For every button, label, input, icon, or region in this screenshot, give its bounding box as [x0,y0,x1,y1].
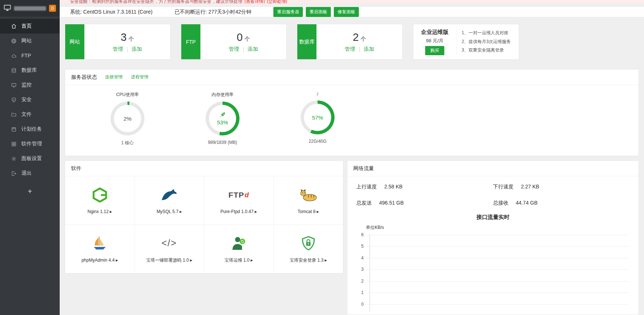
home-icon [11,24,17,29]
y-axis-tick: 5 [356,244,629,249]
software-item-phpmyadmin[interactable]: phpMyAdmin 4.4▶ [65,225,135,273]
server-name-redacted [14,6,46,11]
ftp-stat-body: 0个 管理 | 添加 [200,24,286,59]
sidebar-item-database[interactable]: 数据库 [0,63,60,78]
software-header: 软件 [65,161,343,176]
total-sent-label: 总发送 [356,200,372,206]
connection-manage-link[interactable]: 连接管理 [105,74,123,80]
ftp-count: 0个 [237,31,250,43]
open-arrow-icon: ▶ [251,259,253,262]
security-notice-banner: 安全提醒：检测到您的服务器存在安全隐患，为了您的服务器与数据安全，建议尽快处理 … [60,0,644,3]
software-item-ops[interactable]: 宝塔运维 1.0▶ [204,225,274,273]
server-status-title: 服务器状态 [71,74,97,81]
software-name: Nginx 1.12▶ [87,209,112,214]
pureftpd-logo: FTPd [228,187,249,203]
sidebar-item-label: 数据库 [21,67,37,74]
notice-fix-link[interactable]: [立即处理] [267,0,287,3]
sidebar-item-cron[interactable]: 计划任务 [0,122,60,137]
software-item-pureftpd[interactable]: FTPd Pure-Ftpd 1.0.47▶ [204,176,274,225]
disk-donut-inner: 57% [304,104,331,131]
sidebar-item-website[interactable]: 网站 [0,33,60,48]
network-title: 网络流量 [353,165,374,172]
cpu-donut-inner: 2% [114,105,141,132]
count-number: 3 [120,31,126,43]
down-speed-value: 2.27 KB [521,184,539,190]
disk-gauge: / 57% 22G/40G [270,92,365,146]
app: 0 首页 网站 FTP [0,0,644,315]
traffic-chart: 6 5 4 3 2 1 0 [356,232,629,309]
memory-usage-detail: 989/1839 (MB) [208,140,237,145]
count-number: 2 [353,31,358,43]
ftp-stat-card: FTP 0个 管理 | 添加 [181,24,287,60]
software-name: MySQL 5.7▶ [157,209,182,214]
count-unit: 个 [129,36,134,42]
promo-features: 1、一对一运维人员对接 2、提供每月3次运维服务 3、双重安全隔离登录 [456,29,519,54]
database-stat-label: 数据库 [297,24,316,59]
network-stats: 上行速度 2.58 KB 下行速度 2.27 KB 总发送 496.51 GB [347,176,638,209]
process-manage-link[interactable]: 进程管理 [131,74,148,80]
system-version-text: 系统: CentOS Linux 7.3.1611 (Core) [70,9,153,15]
tomcat-icon [300,187,317,203]
sidebar-item-home[interactable]: 首页 [0,19,60,33]
disk-donut: 57% [301,100,335,134]
open-arrow-icon: ▶ [190,259,192,262]
sidebar-item-software[interactable]: 软件管理 [0,137,60,151]
phpmyadmin-boat-icon [92,235,108,252]
sidebar-item-files[interactable]: 文件 [0,107,60,122]
software-name: Tomcat 8▶ [298,209,319,214]
restart-server-button[interactable]: 重启服务器 [273,7,303,17]
sidebar-item-logout[interactable]: 退出 [0,166,60,181]
memory-gauge: 内存使用率 53% 989/1839 (MB) [175,92,270,146]
software-item-nginx[interactable]: Nginx 1.12▶ [65,176,135,225]
divider: | [359,46,360,52]
notice-detail-link[interactable]: [查看详情] [245,0,265,3]
folder-icon [11,112,17,117]
promo-title: 企业运维版 [421,29,449,36]
buy-button[interactable]: 购买 [425,46,444,55]
divider: | [243,46,244,52]
cpu-gauge-label: CPU使用率 [116,92,139,98]
logout-icon [11,171,17,176]
sidebar-item-ftp[interactable]: FTP [0,48,60,63]
software-item-securelogin[interactable]: 宝塔安全登录 1.3▶ [274,225,343,273]
notice-text: 安全提醒：检测到您的服务器存在安全隐患，为了您的服务器与数据安全，建议尽快处理 [70,0,242,3]
stat-cards-row: 网站 3个 管理 | 添加 FTP [65,24,639,60]
sidebar-item-security[interactable]: 安全 [0,92,60,107]
disk-gauge-label: / [317,92,318,97]
up-speed: 上行速度 2.58 KB [356,184,493,190]
y-axis-tick: 6 [356,232,629,237]
total-received-value: 44.74 GB [516,200,538,206]
repair-panel-button[interactable]: 修复面板 [334,7,359,17]
ftp-manage-link[interactable]: 管理 [229,46,239,53]
sidebar-expand-button[interactable]: + [0,187,60,196]
database-manage-link[interactable]: 管理 [345,46,355,53]
cloud-icon [11,53,17,59]
up-speed-label: 上行速度 [356,184,377,190]
sidebar-item-label: 退出 [21,170,32,177]
software-name: Pure-Ftpd 1.0.47▶ [220,209,257,214]
database-add-link[interactable]: 添加 [364,46,374,53]
restart-panel-button[interactable]: 重启面板 [306,7,331,17]
chart-unit-label: 单位KB/s [366,224,638,231]
sidebar-item-monitor[interactable]: 监控 [0,78,60,92]
website-manage-link[interactable]: 管理 [113,46,123,53]
database-icon [11,68,17,73]
sidebar-item-label: FTP [21,53,31,59]
sidebar-item-settings[interactable]: 面板设置 [0,151,60,166]
ftp-add-link[interactable]: 添加 [248,46,258,53]
release-memory-icon[interactable] [220,112,225,118]
globe-icon [11,38,17,44]
secure-login-shield-icon [302,235,315,252]
open-arrow-icon: ▶ [255,210,257,213]
promo-feature: 2、提供每月3次运维服务 [462,38,519,46]
software-item-deploy[interactable]: </> 宝塔一键部署源码 1.0▶ [135,225,204,273]
website-add-link[interactable]: 添加 [132,46,142,53]
open-arrow-icon: ▶ [116,259,118,262]
count-unit: 个 [361,36,366,42]
message-count-badge[interactable]: 0 [49,5,56,12]
ftp-links: 管理 | 添加 [229,46,258,53]
y-axis-tick: 3 [356,267,629,272]
disk-usage-value: 57% [312,114,323,121]
software-item-tomcat[interactable]: Tomcat 8▶ [274,176,343,225]
software-item-mysql[interactable]: MySQL 5.7▶ [135,176,204,225]
